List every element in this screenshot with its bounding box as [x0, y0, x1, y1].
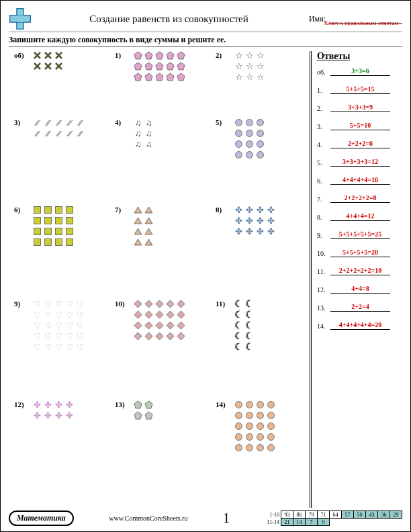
diam-icon	[134, 310, 142, 319]
logo-cross-icon	[9, 7, 32, 30]
svg-rect-53	[66, 228, 73, 235]
svg-point-104	[257, 434, 264, 441]
problem-label: 11)	[216, 300, 225, 308]
answer-value: 4+4=8	[330, 285, 390, 294]
circ-icon	[267, 422, 275, 431]
svg-point-108	[257, 445, 264, 451]
svg-point-41	[257, 152, 264, 159]
score-cell: 57	[341, 511, 353, 519]
slash-icon: ⁄⁄	[44, 129, 52, 138]
answer-value: 2+2+2+2=8	[330, 194, 390, 203]
moon-icon: ☾	[234, 332, 243, 341]
subject-box: Математика	[9, 511, 74, 526]
tri-icon	[134, 238, 142, 247]
x-icon	[54, 62, 63, 71]
svg-point-93	[268, 402, 275, 408]
svg-point-99	[246, 423, 253, 430]
slash-icon: ⁄⁄	[44, 118, 52, 127]
score-cell: 7	[305, 519, 317, 526]
svg-marker-26	[145, 73, 152, 81]
problem-label: 8)	[216, 206, 222, 214]
x-icon	[44, 62, 52, 71]
svg-rect-47	[45, 218, 52, 224]
problem-label: 10)	[115, 300, 125, 308]
answer-number: 3.	[317, 123, 330, 130]
svg-point-92	[257, 402, 264, 408]
svg-point-106	[236, 445, 242, 451]
club-icon: ✤	[44, 411, 52, 420]
svg-marker-66	[134, 300, 142, 308]
answer-value: 4+4+4=12	[330, 212, 390, 221]
heart-icon: ♡	[76, 321, 85, 330]
svg-marker-22	[156, 62, 163, 70]
sq-icon	[54, 206, 63, 214]
club-icon: ✤	[65, 400, 74, 409]
pent-icon	[155, 73, 164, 81]
problem-1: 1)	[116, 51, 185, 81]
heart-icon: ♡	[33, 332, 42, 341]
score-cell: 64	[329, 511, 341, 519]
problem-4: 4)♫♫♫♫♫♫	[116, 118, 153, 148]
shape-array	[134, 51, 185, 81]
star-icon: ☆	[245, 62, 254, 71]
moon-icon: ☾	[234, 343, 243, 351]
club-icon: ✤	[234, 216, 243, 225]
sq-icon	[54, 216, 63, 225]
answer-row: 8.4+4+4=12	[317, 212, 390, 221]
answer-row: 5.3+3+3+3=12	[317, 158, 390, 167]
svg-marker-59	[145, 207, 152, 213]
answer-row: 2.3+3+3=9	[317, 103, 390, 112]
heart-icon: ♡	[54, 310, 63, 319]
circ-icon	[256, 411, 265, 420]
shape-array	[33, 206, 74, 247]
svg-marker-76	[134, 322, 142, 329]
problem-7: 7)	[116, 206, 153, 247]
pent-icon	[134, 73, 142, 81]
svg-marker-65	[145, 239, 152, 245]
circ-icon	[234, 400, 243, 409]
svg-point-37	[246, 141, 253, 148]
pent-icon	[134, 400, 142, 409]
answer-number: 2.	[317, 105, 330, 112]
heart-icon: ♡	[44, 310, 52, 319]
note-icon: ♫	[144, 129, 153, 138]
circ-icon	[256, 443, 265, 452]
answer-number: 1.	[317, 87, 330, 94]
circ-icon	[267, 433, 275, 441]
svg-rect-46	[34, 218, 41, 224]
pent-icon	[144, 73, 153, 81]
svg-marker-62	[134, 228, 142, 234]
answer-value: 3+3+3=9	[330, 103, 390, 112]
circ-icon	[267, 411, 275, 420]
circ-icon	[234, 129, 243, 138]
answer-row: 3.5+5=10	[317, 122, 390, 130]
svg-marker-72	[145, 311, 152, 318]
x-icon	[54, 51, 63, 60]
circ-icon	[245, 118, 254, 127]
sq-icon	[33, 227, 42, 236]
diam-icon	[134, 332, 142, 341]
answer-value: 5+5+5+5=20	[330, 249, 390, 257]
pent-icon	[166, 62, 175, 71]
star-icon: ☆	[245, 73, 254, 81]
problem-label: 9)	[14, 300, 20, 308]
answer-key-label: Ключ к правильным ответам	[324, 19, 398, 26]
pent-icon	[134, 62, 142, 71]
svg-marker-71	[134, 311, 142, 318]
score-cell: 79	[305, 511, 317, 519]
problem-label: 7)	[115, 206, 121, 214]
star-icon: ☆	[245, 51, 254, 60]
name-label: Имя:	[309, 14, 326, 24]
circ-icon	[234, 443, 243, 452]
svg-rect-48	[56, 218, 62, 224]
club-icon: ✤	[54, 411, 63, 420]
shape-array	[33, 51, 63, 71]
svg-point-33	[236, 130, 242, 137]
sq-icon	[33, 238, 42, 247]
circ-icon	[256, 433, 265, 441]
svg-marker-25	[134, 73, 142, 81]
pent-icon	[144, 62, 153, 71]
shape-array: ♡♡♡♡♡♡♡♡♡♡♡♡♡♡♡♡♡♡♡♡♡♡♡♡♡	[33, 300, 85, 351]
answer-row: 9.5+5+5+5+5=25	[317, 230, 390, 239]
svg-point-36	[236, 141, 242, 148]
